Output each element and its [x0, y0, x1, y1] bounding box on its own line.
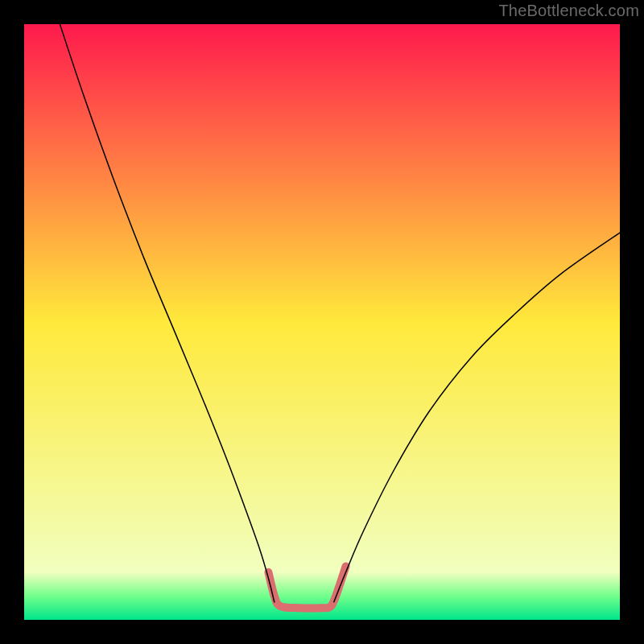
gradient-background [24, 24, 620, 620]
watermark-text: TheBottleneck.com [498, 2, 639, 20]
chart-container: TheBottleneck.com [0, 0, 644, 644]
plot-area [24, 24, 620, 620]
chart-svg [24, 24, 620, 620]
